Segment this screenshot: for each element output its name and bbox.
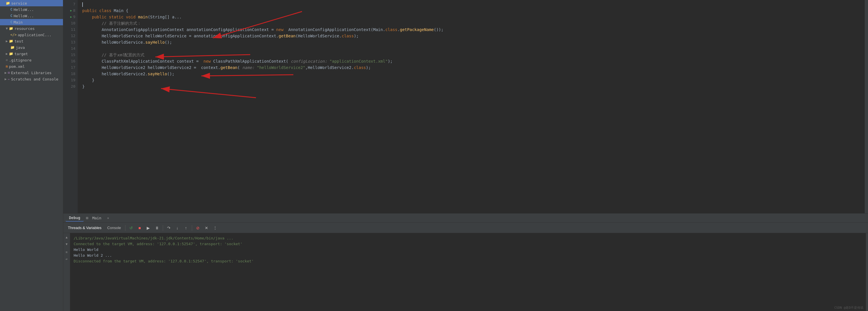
maven-icon: m [6, 64, 8, 68]
sidebar-label: Main [13, 20, 23, 25]
code-line-8: public class Main { [82, 7, 860, 14]
resume-btn[interactable]: ▶ [144, 224, 152, 232]
line-num-text: 9 [73, 14, 75, 20]
folder-icon: 📁 [6, 1, 10, 5]
sidebar-item-hellow1[interactable]: C HelloW... [0, 6, 63, 13]
sidebar-item-pomxml[interactable]: m pom.xml [0, 63, 63, 70]
folder-icon: 📁 [10, 45, 15, 49]
sidebar-item-gitignore[interactable]: ⊘ .gitignore [0, 57, 63, 63]
code-line-10: // 基于注解的方式： [82, 20, 860, 27]
class-icon: C [10, 7, 12, 11]
sidebar-label: HelloW... [13, 7, 34, 12]
toolbar-separator [125, 225, 125, 231]
sidebar-item-service[interactable]: 📁 service [0, 0, 63, 6]
gitignore-icon: ⊘ [6, 58, 8, 62]
line-num-text: 8 [73, 7, 75, 14]
line-num-11: 11 [63, 27, 75, 33]
settings-btn[interactable]: ⋮ [211, 224, 219, 232]
tab-debug[interactable]: Debug [66, 214, 84, 221]
class-icon: C [10, 20, 12, 24]
line-num-13: 13 [63, 39, 75, 45]
code-line-15: // 基于xml配置的方式 [82, 52, 860, 58]
editor-area: 7 ▶ 8 ▶ 9 10 11 12 [63, 0, 868, 311]
line-num-text: 19 [71, 77, 75, 83]
pause-btn[interactable]: ⏸ [153, 224, 161, 232]
sidebar-item-applicationcontext[interactable]: </> applicationC... [0, 32, 63, 38]
line-num-text: 18 [71, 71, 75, 77]
line-num-text: 13 [71, 39, 75, 45]
folder-icon: 📁 [9, 39, 13, 43]
expand-icon: ▶ [5, 71, 7, 75]
line-num-text: 16 [71, 58, 75, 64]
line-num-15: 15 [63, 52, 75, 58]
sidebar-item-external-libraries[interactable]: ▶ ⊞ External Libraries [0, 70, 63, 76]
threads-variables-tab[interactable]: Threads & Variables [66, 224, 104, 231]
step-into-btn[interactable]: ↓ [174, 224, 182, 232]
line-num-14: 14 [63, 45, 75, 52]
right-scrollbar[interactable] [865, 0, 868, 213]
stop-btn[interactable]: ■ [136, 224, 144, 232]
scroll-down-btn[interactable]: ▼ [64, 241, 70, 247]
code-line-7 [82, 1, 860, 7]
sidebar-item-scratches[interactable]: ▶ ✏ Scratches and Console [0, 76, 63, 82]
rerun-btn[interactable]: ↺ [127, 224, 135, 232]
filter-btn[interactable]: ≡ [64, 249, 70, 255]
close-tab-btn[interactable]: × [105, 215, 111, 221]
line-numbers: 7 ▶ 8 ▶ 9 10 11 12 [63, 0, 78, 213]
line-num-text: 7 [73, 1, 75, 7]
line-num-text: 11 [71, 27, 75, 33]
code-line-11: AnnotationConfigApplicationContext annot… [82, 27, 860, 33]
scratch-icon: ✏ [8, 77, 10, 81]
sidebar-label: External Libraries [11, 71, 52, 75]
tab-main[interactable]: Main [89, 215, 105, 221]
folder-icon: 📁 [9, 27, 13, 31]
code-editor[interactable]: public class Main { public static void m… [78, 0, 865, 213]
sidebar-label: Scratches and Console [11, 77, 58, 81]
expand-icon: ▶ [6, 52, 8, 56]
console-line-4: Hello World 2 ... [74, 253, 862, 258]
line-num-17: 17 [63, 64, 75, 71]
sidebar-label: HelloW... [13, 14, 34, 18]
sidebar-label: .gitignore [9, 58, 31, 62]
wrap-btn[interactable]: ⇌ [64, 256, 70, 262]
line-num-text: 10 [71, 20, 75, 27]
sidebar-label: pom.xml [9, 64, 25, 69]
svg-line-4 [161, 89, 256, 98]
line-num-8: ▶ 8 [63, 7, 75, 14]
debug-toolbar: Threads & Variables Console ↺ ■ ▶ ⏸ ↷ ↓ … [63, 223, 868, 233]
main-container: 📁 service C HelloW... C HelloW... C Main… [0, 0, 868, 311]
run-btn-9[interactable]: ▶ [70, 14, 72, 20]
toolbar-separator-3 [192, 225, 192, 231]
step-out-btn[interactable]: ↑ [182, 224, 190, 232]
console-tab[interactable]: Console [105, 224, 123, 231]
console-output[interactable]: /Library/Java/JavaVirtualMachines/jdk-21… [70, 233, 866, 311]
clear-console-btn[interactable]: ✕ [203, 224, 211, 232]
code-line-9: public static void main(String[] a... [82, 14, 860, 20]
mute-breakpoints-btn[interactable]: ⊘ [194, 224, 202, 232]
toolbar-separator-2 [163, 225, 163, 231]
step-over-btn[interactable]: ↷ [165, 224, 173, 232]
debug-tabs-bar: Debug ⊟ Main × [63, 214, 868, 223]
sidebar: 📁 service C HelloW... C HelloW... C Main… [0, 0, 63, 311]
sidebar-item-java[interactable]: 📁 java [0, 44, 63, 50]
code-line-13: helloWorldService.sayHello(); [82, 39, 860, 45]
panel-resize-handle[interactable] [866, 233, 868, 311]
sidebar-label: target [14, 52, 28, 56]
sidebar-item-resources[interactable]: ▼ 📁 resources [0, 25, 63, 32]
line-num-9: ▶ 9 [63, 14, 75, 20]
sidebar-item-test[interactable]: ▶ 📁 test [0, 38, 63, 44]
sidebar-item-main[interactable]: C Main [0, 19, 63, 25]
sidebar-label: resources [14, 27, 34, 31]
code-line-20: } [82, 83, 860, 90]
code-line-14 [82, 45, 860, 52]
console-line-2: Connected to the target VM, address: '12… [74, 241, 862, 247]
scroll-up-btn[interactable]: ▲ [64, 234, 70, 240]
sidebar-label: java [16, 45, 25, 50]
toolbar-left: Threads & Variables Console [66, 224, 123, 231]
sidebar-item-target[interactable]: ▶ 📁 target [0, 50, 63, 57]
line-num-10: 10 [63, 20, 75, 27]
expand-icon: ▶ [6, 39, 8, 43]
sidebar-item-hellow2[interactable]: C HelloW... [0, 13, 63, 19]
line-num-18: 18 [63, 71, 75, 77]
run-btn-8[interactable]: ▶ [70, 7, 72, 14]
